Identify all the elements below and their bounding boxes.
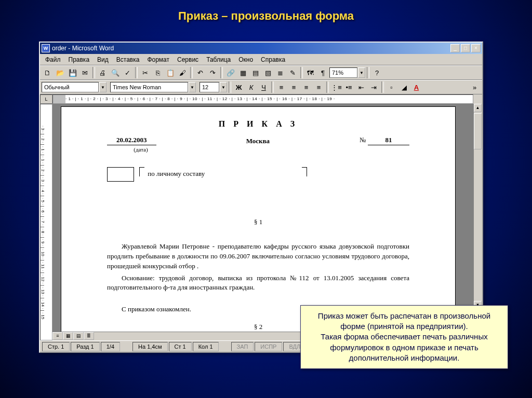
spellcheck-icon[interactable]: ✓ (122, 67, 134, 78)
doc-heading: П Р И К А З (86, 119, 430, 129)
font-dropdown-icon[interactable]: ▼ (189, 82, 196, 92)
size-combo[interactable]: 12 (200, 82, 219, 92)
checkbox-frame (107, 167, 134, 182)
date-value: 20.02.2003 (107, 136, 156, 145)
new-icon[interactable]: 🗋 (42, 67, 54, 78)
preview-icon[interactable]: 🔍 (109, 67, 121, 78)
titlebar: W order - Microsoft Word _ □ × (40, 43, 482, 54)
scroll-up-icon[interactable]: ▲ (474, 104, 482, 112)
italic-button[interactable]: К (245, 81, 257, 93)
zoom-combo[interactable]: 71% (329, 67, 357, 78)
corner-mark-right (302, 167, 307, 176)
ruler-row: L · 1 · | · 1 · | · 2 · | · 3 · | · 4 · … (40, 94, 482, 104)
print-icon[interactable]: 🖨 (97, 67, 109, 78)
paragraph-1: Журавлевой Марии Петровне - преподавател… (107, 242, 409, 271)
menu-edit[interactable]: Правка (65, 55, 93, 64)
menu-insert[interactable]: Вставка (113, 55, 143, 64)
close-button[interactable]: × (471, 44, 481, 52)
scroll-thumb[interactable] (474, 113, 482, 149)
align-center-icon[interactable]: ≡ (288, 81, 300, 93)
paste-icon[interactable]: 📋 (164, 67, 176, 78)
status-trk: ИСПР (255, 342, 282, 351)
section-1: § 1 (86, 218, 430, 226)
word-icon: W (42, 44, 50, 52)
formatting-toolbar: Обычный ▼ Times New Roman ▼ 12 ▼ Ж К Ч ≡… (40, 80, 482, 94)
status-section: Разд 1 (71, 342, 99, 351)
status-page: Стр. 1 (42, 342, 70, 351)
menu-window[interactable]: Окно (235, 55, 256, 64)
tab-selector[interactable]: L (40, 94, 52, 104)
size-dropdown-icon[interactable]: ▼ (220, 82, 227, 92)
menu-table[interactable]: Таблица (203, 55, 234, 64)
menubar: Файл Правка Вид Вставка Формат Сервис Та… (40, 54, 482, 65)
numbered-list-icon[interactable]: ⋮≡ (330, 81, 342, 93)
body-text: Журавлевой Марии Петровне - преподавател… (107, 242, 409, 314)
tables-borders-icon[interactable]: ▦ (237, 67, 249, 78)
align-right-icon[interactable]: ≡ (300, 81, 312, 93)
borders-icon[interactable]: ▫ (385, 81, 397, 93)
personnel-text: по личному составу (148, 170, 205, 177)
save-icon[interactable]: 💾 (66, 67, 78, 78)
help-icon[interactable]: ? (371, 67, 383, 78)
note-line-2: Такая форма обеспечивает печать различны… (307, 332, 501, 363)
menu-help[interactable]: Справка (258, 55, 288, 64)
redo-icon[interactable]: ↷ (207, 67, 219, 78)
minimize-button[interactable]: _ (450, 44, 460, 52)
horizontal-ruler[interactable]: · 1 · | · 1 · | · 2 · | · 3 · | · 4 · | … (52, 94, 473, 104)
indent-icon[interactable]: ⇥ (368, 81, 380, 93)
note-line-1: Приказ может быть распечатан в произволь… (307, 311, 501, 332)
style-dropdown-icon[interactable]: ▼ (99, 82, 107, 92)
menu-view[interactable]: Вид (94, 55, 112, 64)
window-title: order - Microsoft Word (52, 45, 450, 52)
annotation-box: Приказ может быть распечатан в произволь… (300, 305, 508, 369)
menu-file[interactable]: Файл (42, 55, 64, 64)
menu-tools[interactable]: Сервис (174, 55, 202, 64)
bold-button[interactable]: Ж (233, 81, 245, 93)
docmap-icon[interactable]: 🗺 (304, 67, 316, 78)
date-caption: (дата) (107, 146, 175, 153)
insert-table-icon[interactable]: ▤ (249, 67, 261, 78)
format-painter-icon[interactable]: 🖌 (177, 67, 189, 78)
outline-view-icon[interactable]: ≣ (84, 332, 94, 340)
font-combo[interactable]: Times New Roman (110, 82, 188, 92)
status-at: На 1,4см (132, 342, 167, 351)
show-marks-icon[interactable]: ¶ (317, 67, 329, 78)
num-label: № (360, 136, 366, 144)
undo-icon[interactable]: ↶ (194, 67, 206, 78)
outdent-icon[interactable]: ⇤ (355, 81, 367, 93)
align-justify-icon[interactable]: ≡ (313, 81, 325, 93)
mail-icon[interactable]: ✉ (79, 67, 91, 78)
status-col: Кол 1 (193, 342, 219, 351)
underline-button[interactable]: Ч (258, 81, 270, 93)
hyperlink-icon[interactable]: 🔗 (224, 67, 236, 78)
paragraph-2: Основание: трудовой договор, выписка из … (107, 273, 409, 293)
align-left-icon[interactable]: ≡ (275, 81, 287, 93)
excel-icon[interactable]: ▧ (262, 67, 274, 78)
bullet-list-icon[interactable]: •≡ (343, 81, 355, 93)
copy-icon[interactable]: ⎘ (152, 67, 164, 78)
status-pages: 1/4 (101, 342, 120, 351)
maximize-button[interactable]: □ (461, 44, 470, 52)
toolbar-overflow-icon[interactable]: » (469, 81, 481, 93)
highlight-icon[interactable]: ◢ (398, 81, 410, 93)
font-color-icon[interactable]: A (410, 81, 422, 93)
personnel-row: по личному составу (107, 167, 409, 182)
menu-format[interactable]: Формат (144, 55, 172, 64)
city-value: Москва (246, 137, 270, 145)
columns-icon[interactable]: ≣ (274, 67, 286, 78)
open-icon[interactable]: 📂 (54, 67, 66, 78)
style-combo[interactable]: Обычный (42, 82, 99, 92)
status-line: Ст 1 (169, 342, 192, 351)
normal-view-icon[interactable]: ≡ (52, 332, 63, 340)
drawing-icon[interactable]: ✎ (287, 67, 299, 78)
cut-icon[interactable]: ✂ (139, 67, 151, 78)
corner-mark-left (139, 167, 144, 176)
standard-toolbar: 🗋 📂 💾 ✉ 🖨 🔍 ✓ ✂ ⎘ 📋 🖌 ↶ ↷ 🔗 ▦ ▤ ▧ ≣ ✎ 🗺 … (40, 65, 482, 80)
status-rec: ЗАП (231, 342, 254, 351)
num-value: 81 (368, 136, 409, 145)
slide-title: Приказ – произвольная форма (0, 0, 532, 23)
vertical-ruler[interactable]: · 3 · | · 2 · | · 1 · | · 1 · | · 2 · | … (40, 104, 52, 340)
print-view-icon[interactable]: ▤ (73, 332, 84, 340)
web-view-icon[interactable]: ▦ (63, 332, 73, 340)
zoom-dropdown-icon[interactable]: ▼ (358, 67, 365, 78)
